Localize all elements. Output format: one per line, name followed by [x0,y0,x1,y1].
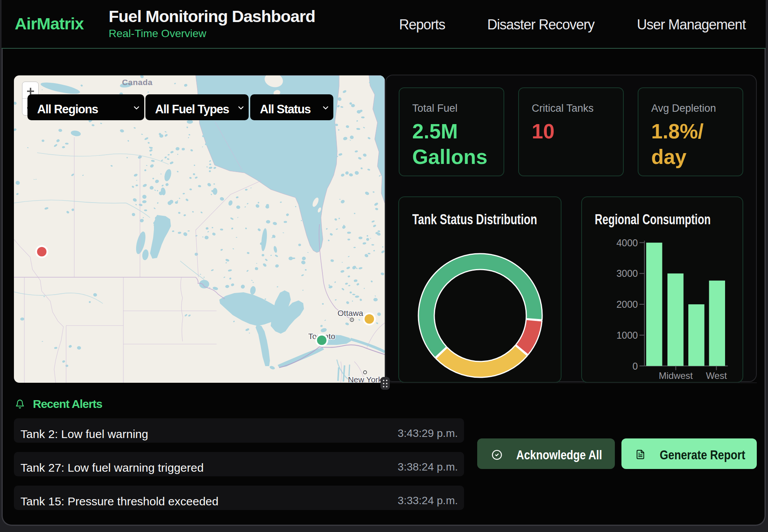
svg-text:1000: 1000 [616,330,638,341]
svg-text:Canada: Canada [122,78,153,87]
svg-text:0: 0 [633,361,638,372]
svg-text:West: West [706,370,727,381]
svg-text:3000: 3000 [616,268,638,279]
svg-text:New York: New York [348,375,382,383]
svg-text:Midwest: Midwest [659,370,693,381]
svg-text:Ottawa: Ottawa [338,309,364,317]
svg-text:2000: 2000 [616,299,638,310]
svg-text:4000: 4000 [616,237,638,248]
